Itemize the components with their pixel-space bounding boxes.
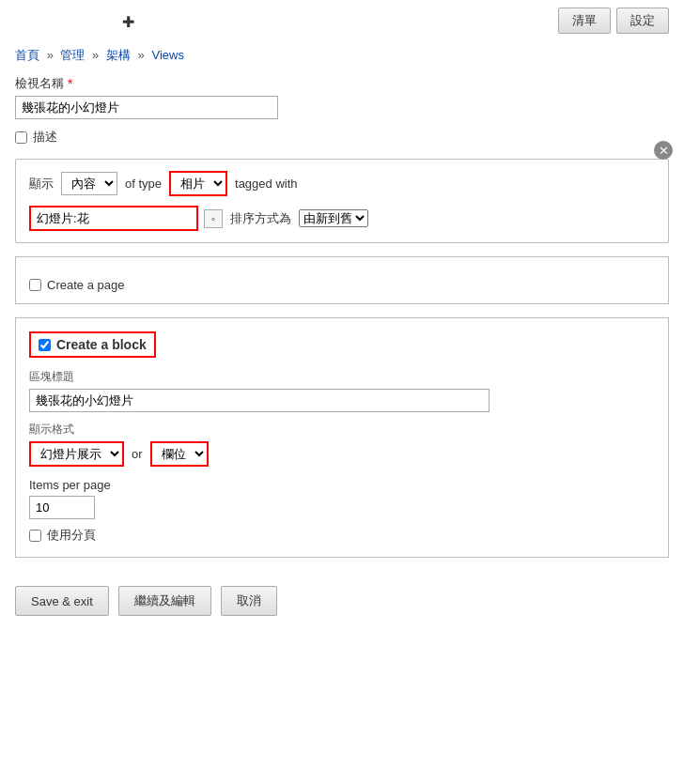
pagination-row: 使用分頁 (29, 527, 655, 544)
clear-button[interactable]: 清單 (558, 8, 611, 34)
description-row: 描述 (15, 129, 669, 146)
breadcrumb-home[interactable]: 首頁 (15, 48, 39, 62)
create-block-checkbox[interactable] (39, 339, 51, 351)
sort-select[interactable]: 由新到舊 (299, 209, 368, 227)
breadcrumb-admin[interactable]: 管理 (60, 48, 85, 62)
create-page-checkbox[interactable] (29, 279, 41, 291)
breadcrumb-views[interactable]: Views (151, 48, 183, 62)
settings-button[interactable]: 設定 (616, 8, 669, 34)
display-format-label: 顯示格式 (29, 422, 655, 438)
breadcrumb-sep-3: » (138, 48, 145, 62)
create-block-header: Create a block (29, 331, 156, 358)
cancel-button[interactable]: 取消 (221, 586, 277, 616)
description-checkbox[interactable] (15, 131, 27, 144)
top-bar: ✚ 清單 設定 (0, 0, 684, 41)
breadcrumb-structure[interactable]: 架構 (106, 48, 131, 62)
view-name-label: 檢視名稱 * (15, 75, 669, 92)
bottom-buttons: Save & exit 繼續及編輯 取消 (0, 576, 684, 635)
autocomplete-button[interactable]: ◦ (204, 209, 223, 228)
block-title-field: 區塊標題 (29, 369, 655, 412)
sort-label: 排序方式為 (230, 210, 291, 227)
create-page-label: Create a page (47, 278, 124, 292)
required-star: * (68, 76, 72, 91)
or-label: or (132, 447, 143, 461)
block-title-input[interactable] (29, 389, 490, 412)
create-block-label: Create a block (56, 337, 147, 352)
breadcrumb: 首頁 » 管理 » 架構 » Views (0, 41, 684, 75)
block-title-label: 區塊標題 (29, 369, 655, 385)
tag-input-wrap: ◦ (29, 206, 223, 231)
save-exit-button[interactable]: Save & exit (15, 586, 109, 616)
items-per-page-section: Items per page (29, 478, 655, 519)
type-label: of type (125, 177, 162, 191)
form-area: 檢視名稱 * 描述 顯示 內容 of type 相片 tagged with ◦… (0, 75, 684, 558)
filter-row-2: ◦ 排序方式為 由新到舊 (29, 206, 655, 231)
filter-row-1: 顯示 內容 of type 相片 tagged with (29, 171, 655, 196)
create-block-section: Create a block 區塊標題 顯示格式 幻燈片展示 or 欄位 Ite… (15, 317, 669, 558)
display-format-select[interactable]: 幻燈片展示 (29, 441, 124, 467)
items-per-page-input[interactable] (29, 496, 95, 519)
close-icon[interactable]: ✕ (654, 141, 673, 160)
type-select[interactable]: 相片 (169, 171, 227, 196)
display-format-field: 顯示格式 幻燈片展示 or 欄位 (29, 422, 655, 467)
continue-edit-button[interactable]: 繼續及編輯 (118, 586, 211, 616)
create-page-section: Create a page (15, 256, 669, 304)
items-per-page-label: Items per page (29, 478, 655, 492)
view-name-input[interactable] (15, 96, 278, 119)
description-label: 描述 (33, 129, 57, 146)
tag-input[interactable] (29, 206, 198, 231)
filter-section: 顯示 內容 of type 相片 tagged with ◦ 排序方式為 由新到… (15, 159, 669, 243)
breadcrumb-sep-2: » (92, 48, 99, 62)
display-select[interactable]: 內容 (61, 172, 117, 195)
breadcrumb-sep-1: » (47, 48, 54, 62)
tagged-label: tagged with (235, 177, 298, 191)
create-page-row: Create a page (29, 278, 655, 292)
add-icon[interactable]: ✚ (122, 13, 134, 31)
columns-select[interactable]: 欄位 (150, 441, 209, 467)
pagination-checkbox[interactable] (29, 530, 41, 542)
pagination-label: 使用分頁 (47, 527, 96, 544)
display-format-row: 幻燈片展示 or 欄位 (29, 441, 655, 467)
display-label: 顯示 (29, 176, 54, 192)
